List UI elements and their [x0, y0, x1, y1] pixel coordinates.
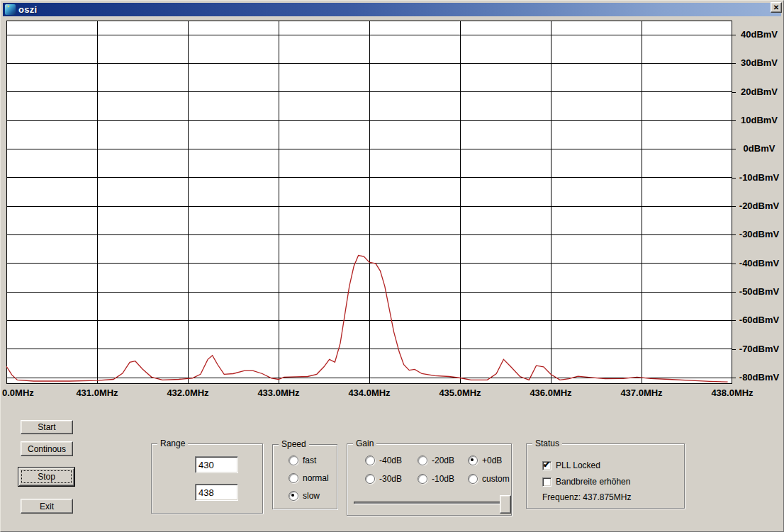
y-tick-mark: [732, 92, 736, 93]
radio-icon: [418, 455, 427, 465]
x-tick-label: 438.0MHz: [711, 387, 753, 398]
radio-icon: [468, 474, 478, 484]
option-label: slow: [303, 491, 320, 501]
radio-icon: [289, 455, 298, 465]
y-tick-mark: [732, 234, 736, 235]
radio--20db[interactable]: -20dB: [418, 455, 454, 465]
stop-button[interactable]: Stop: [18, 467, 75, 487]
checkbox-bandbreite-erh-hen[interactable]: ✔Bandbreite erhöhen: [542, 477, 630, 487]
radio-custom[interactable]: custom: [468, 474, 510, 484]
spectrum-chart: [6, 21, 732, 384]
y-tick-mark: [732, 149, 736, 149]
frequency-readout: Frequenz: 437.875MHz: [542, 492, 631, 502]
x-tick-label: 437.0MHz: [620, 387, 662, 398]
option-label: fast: [303, 455, 316, 465]
y-tick-label: -20dBmV: [736, 200, 783, 211]
y-tick-label: -40dBmV: [736, 258, 783, 268]
y-tick-label: -80dBmV: [736, 372, 783, 383]
y-tick-label: 0dBmV: [736, 143, 783, 154]
gain-slider-thumb[interactable]: [500, 495, 511, 514]
y-tick-mark: [732, 264, 736, 264]
option-label: normal: [303, 473, 329, 483]
checkbox-icon: ✔: [542, 461, 551, 470]
radio-icon: [365, 455, 375, 465]
option-label: PLL Locked: [556, 460, 600, 470]
x-tick-label: 433.0MHz: [257, 387, 299, 398]
y-tick-label: 30dBmV: [736, 57, 783, 68]
range-group: Range: [151, 443, 263, 514]
radio-normal[interactable]: normal: [289, 473, 329, 483]
x-tick-label: 435.0MHz: [439, 387, 481, 398]
y-tick-label: 20dBmV: [736, 86, 783, 97]
spectrum-trace: [6, 256, 728, 383]
gain-group: Gain -40dB-20dB+0dB-30dB-10dBcustom: [347, 443, 512, 516]
x-tick-label: 431.0MHz: [76, 387, 118, 398]
y-tick-mark: [732, 349, 736, 350]
range-from-input[interactable]: [195, 456, 238, 473]
y-tick-label: -60dBmV: [736, 315, 783, 325]
speed-group-label: Speed: [279, 439, 309, 449]
option-label: -30dB: [379, 474, 402, 484]
radio-slow[interactable]: slow: [289, 491, 320, 501]
option-label: custom: [482, 474, 510, 484]
x-tick-label: 0.0MHz: [2, 387, 34, 398]
app-icon: [5, 4, 16, 15]
y-tick-label: -10dBmV: [736, 172, 783, 183]
y-tick-mark: [732, 378, 736, 378]
radio-icon: [468, 455, 478, 465]
range-to-input[interactable]: [195, 484, 238, 501]
checkbox-pll-locked[interactable]: ✔PLL Locked: [542, 460, 600, 470]
y-tick-mark: [732, 178, 736, 179]
y-tick-label: -30dBmV: [736, 229, 783, 239]
close-icon: ✕: [773, 4, 779, 11]
x-tick-label: 434.0MHz: [348, 387, 390, 398]
y-tick-label: 10dBmV: [736, 115, 783, 125]
y-tick-label: -50dBmV: [736, 286, 783, 297]
radio-+0db[interactable]: +0dB: [468, 455, 502, 465]
window-title: oszi: [18, 4, 37, 15]
radio--30db[interactable]: -30dB: [365, 474, 402, 484]
radio--40db[interactable]: -40dB: [365, 455, 402, 465]
stop-button-label: Stop: [38, 472, 55, 482]
option-label: Bandbreite erhöhen: [556, 477, 630, 487]
option-label: -10dB: [432, 474, 454, 484]
radio-icon: [365, 474, 375, 484]
y-tick-label: 40dBmV: [736, 29, 783, 40]
gain-group-label: Gain: [353, 438, 376, 448]
radio-fast[interactable]: fast: [289, 455, 316, 465]
radio-icon: [289, 491, 298, 501]
radio--10db[interactable]: -10dB: [418, 474, 454, 484]
gain-slider-track[interactable]: [354, 502, 500, 504]
y-tick-label: -70dBmV: [736, 344, 783, 354]
option-label: -20dB: [432, 455, 454, 465]
status-group: Status ✔PLL Locked✔Bandbreite erhöhen Fr…: [526, 443, 685, 509]
radio-icon: [289, 473, 298, 483]
x-tick-label: 432.0MHz: [167, 387, 208, 398]
y-tick-mark: [732, 120, 736, 121]
option-label: +0dB: [482, 455, 502, 465]
y-tick-mark: [732, 320, 736, 321]
spectrum-plot: [6, 21, 732, 384]
speed-group: Speed fastnormalslow: [272, 444, 337, 509]
continous-button[interactable]: Continous: [21, 441, 73, 456]
y-tick-mark: [732, 292, 736, 293]
x-tick-label: 436.0MHz: [530, 387, 571, 398]
y-tick-mark: [732, 35, 736, 35]
titlebar[interactable]: oszi: [3, 3, 781, 16]
y-tick-mark: [732, 63, 736, 64]
range-group-label: Range: [157, 438, 188, 448]
exit-button[interactable]: Exit: [21, 499, 73, 514]
radio-icon: [418, 474, 427, 484]
option-label: -40dB: [379, 455, 402, 465]
start-button[interactable]: Start: [21, 420, 73, 434]
checkbox-icon: ✔: [542, 477, 551, 487]
app-window: oszi ✕ 0.0MHz431.0MHz432.0MHz433.0MHz434…: [0, 0, 784, 532]
close-button[interactable]: ✕: [771, 2, 782, 13]
y-tick-mark: [732, 206, 736, 207]
status-group-label: Status: [532, 438, 562, 448]
